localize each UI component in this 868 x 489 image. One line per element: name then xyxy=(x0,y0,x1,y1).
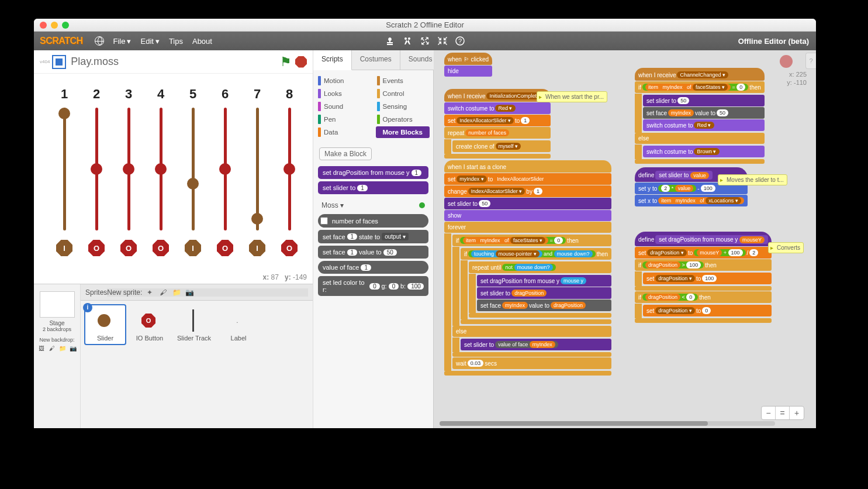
category-data[interactable]: Data xyxy=(317,126,371,138)
comment-1[interactable]: When we start the pr... xyxy=(537,91,607,102)
tips-menu[interactable]: Tips xyxy=(164,37,188,46)
backdrop-paint-icon[interactable]: 🖌 xyxy=(48,345,56,353)
scissors-icon[interactable] xyxy=(403,36,412,46)
script-stack[interactable]: when 🏳 clicked hide xyxy=(444,53,492,77)
category-motion[interactable]: Motion xyxy=(317,75,371,87)
category-pen[interactable]: Pen xyxy=(317,113,371,125)
about-menu[interactable]: About xyxy=(188,37,217,46)
category-control[interactable]: Control xyxy=(376,88,430,99)
edit-menu[interactable]: Edit ▾ xyxy=(136,37,164,46)
sprite-camera-icon[interactable]: 📷 xyxy=(185,288,193,297)
script-stack[interactable]: when I receive InitializationComplete ▾ … xyxy=(444,89,551,159)
zoom-icon[interactable] xyxy=(62,22,69,29)
slider-knob[interactable] xyxy=(283,163,295,175)
block-set-face[interactable]: set face 1 value to 50 xyxy=(318,246,428,259)
script-stack[interactable]: when I start as a clone set myIndex ▾ to… xyxy=(444,160,611,376)
slider-column-3[interactable]: 3 O xyxy=(117,87,140,256)
make-block-button[interactable]: Make a Block xyxy=(319,147,372,160)
slider-knob[interactable] xyxy=(251,213,263,225)
slider-knob[interactable] xyxy=(187,178,199,190)
slider-knob[interactable] xyxy=(219,163,231,175)
file-menu[interactable]: File ▾ xyxy=(109,37,136,46)
category-more-blocks[interactable]: More Blocks xyxy=(376,126,430,138)
slider-knob[interactable] xyxy=(123,163,134,175)
comment-2[interactable]: Moves the slider to t... xyxy=(718,174,787,185)
scratch-logo[interactable]: SCRATCH xyxy=(40,36,83,46)
zoom-reset-button[interactable]: = xyxy=(776,407,790,419)
close-icon[interactable] xyxy=(40,22,47,29)
comment-3[interactable]: Converts xyxy=(768,242,804,253)
sprite-info-icon[interactable]: i xyxy=(83,303,92,312)
sprites-title: Sprites xyxy=(85,288,107,297)
project-name[interactable]: Play.moss xyxy=(71,56,280,68)
tab-scripts[interactable]: Scripts xyxy=(313,50,352,70)
block-number-of-faces[interactable]: number of faces xyxy=(318,214,428,228)
sprite-upload-icon[interactable]: 📁 xyxy=(172,288,181,297)
minimize-icon[interactable] xyxy=(51,22,58,29)
stamp-icon[interactable] xyxy=(385,36,395,46)
zoom-out-button[interactable]: − xyxy=(762,407,776,419)
slider-column-8[interactable]: 8 O xyxy=(278,87,301,256)
tab-costumes[interactable]: Costumes xyxy=(352,50,400,70)
slider-column-6[interactable]: 6 O xyxy=(213,87,237,256)
block-set-dragPosition-from-mouse-y[interactable]: set dragPosition from mouse y 1 xyxy=(318,166,428,179)
io-indicator[interactable]: O xyxy=(281,240,298,256)
stop-button[interactable] xyxy=(295,56,307,68)
slider-knob[interactable] xyxy=(91,163,102,175)
script-stack[interactable]: when I receive ChannelChanged ▾ if item … xyxy=(635,68,765,164)
category-operators[interactable]: Operators xyxy=(376,113,430,125)
scripts-canvas[interactable]: ? x: 225y: -110 when 🏳 clicked hidewhen … xyxy=(434,50,816,428)
io-indicator[interactable]: O xyxy=(88,240,105,256)
slider-column-5[interactable]: 5 I xyxy=(181,87,205,256)
help-icon[interactable]: ? xyxy=(455,36,465,46)
block-set-led-color-to-r-[interactable]: set led color to r: 0 g: 0 b: 100 xyxy=(318,276,428,296)
stage-thumbnail[interactable]: Stage 2 backdrops New backdrop: 🖼 🖌 📁 📷 xyxy=(34,284,81,428)
extension-status-icon xyxy=(419,202,425,208)
slider-column-1[interactable]: 1 I xyxy=(53,87,76,256)
grow-icon[interactable] xyxy=(420,36,430,46)
titlebar[interactable]: Scratch 2 Offline Editor xyxy=(34,19,816,32)
window-title: Scratch 2 Offline Editor xyxy=(34,20,816,29)
io-indicator[interactable]: O xyxy=(217,240,233,256)
zoom-controls: − = + xyxy=(761,406,804,420)
slider-column-4[interactable]: 4 O xyxy=(149,87,172,256)
script-stack[interactable]: define set dragPosition from mouse y mou… xyxy=(635,232,772,323)
slider-knob[interactable] xyxy=(58,108,70,119)
extension-name[interactable]: Moss ▾ xyxy=(321,201,344,209)
sprite-paint-icon[interactable]: 🖌 xyxy=(160,288,168,297)
sprite-item-label[interactable]: .Label xyxy=(217,304,260,345)
fullscreen-icon[interactable] xyxy=(52,55,66,69)
sprite-item-slider-track[interactable]: Slider Track xyxy=(173,304,215,345)
sprite-item-io-button[interactable]: OIO Button xyxy=(129,304,171,345)
shrink-icon[interactable] xyxy=(438,36,447,46)
sprite-library-icon[interactable]: ✦ xyxy=(147,288,155,297)
io-indicator[interactable]: I xyxy=(249,240,265,256)
slider-knob[interactable] xyxy=(155,163,167,175)
script-stack[interactable]: define set slider to value set y to 2 * … xyxy=(635,167,748,207)
block-set-slider-to[interactable]: set slider to 1 xyxy=(318,181,428,194)
io-indicator[interactable]: O xyxy=(120,240,137,256)
zoom-in-button[interactable]: + xyxy=(790,407,804,419)
stage[interactable]: 1 I2 O3 O4 O5 I6 O7 I8 Ox: 87 xyxy=(34,74,313,284)
category-sound[interactable]: Sound xyxy=(317,101,371,112)
slider-column-7[interactable]: 7 I xyxy=(245,87,269,256)
block-set-face[interactable]: set face 1 state to output ▾ xyxy=(318,230,428,243)
language-menu[interactable] xyxy=(90,36,109,46)
backdrop-camera-icon[interactable]: 📷 xyxy=(69,345,77,353)
green-flag-button[interactable]: ⚑ xyxy=(280,54,292,70)
category-sensing[interactable]: Sensing xyxy=(376,101,430,112)
backdrop-upload-icon[interactable]: 📁 xyxy=(58,345,67,353)
canvas-scrollbar-h[interactable] xyxy=(440,421,775,426)
slider-track xyxy=(288,108,291,230)
category-looks[interactable]: Looks xyxy=(317,88,371,99)
slider-track xyxy=(95,108,98,230)
block-value-of-face[interactable]: value of face 1 xyxy=(318,261,428,274)
backdrop-library-icon[interactable]: 🖼 xyxy=(37,345,46,353)
menubar: SCRATCH File ▾ Edit ▾ Tips About ? Offli… xyxy=(34,32,816,50)
io-indicator[interactable]: I xyxy=(185,240,201,256)
category-events[interactable]: Events xyxy=(376,75,430,87)
io-indicator[interactable]: O xyxy=(153,240,169,256)
io-indicator[interactable]: I xyxy=(56,240,72,256)
sprite-item-slider[interactable]: iSlider xyxy=(84,304,126,345)
slider-column-2[interactable]: 2 O xyxy=(85,87,108,256)
